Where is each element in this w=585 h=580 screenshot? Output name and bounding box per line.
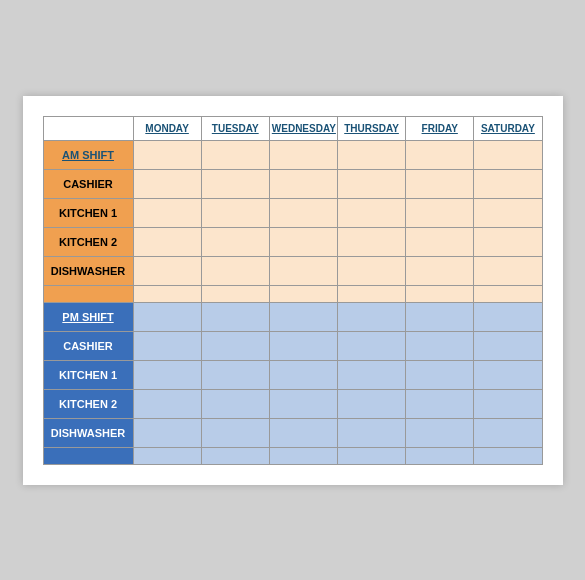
am-kitchen1-tue[interactable]: [201, 198, 269, 227]
am-shift-row: AM SHIFT: [43, 140, 542, 169]
pm-shift-tue[interactable]: [201, 302, 269, 331]
pm-shift-label: PM SHIFT: [43, 302, 133, 331]
pm-dishwasher-fri[interactable]: [406, 418, 474, 447]
pm-cashier-thu[interactable]: [337, 331, 405, 360]
am-shift-tue[interactable]: [201, 140, 269, 169]
pm-kitchen2-label: KITCHEN 2: [43, 389, 133, 418]
pm-shift-row: PM SHIFT: [43, 302, 542, 331]
schedule-table: MONDAY TUESDAY WEDNESDAY THURSDAY FRIDAY…: [43, 116, 543, 465]
pm-kitchen2-sat[interactable]: [474, 389, 542, 418]
pm-kitchen2-mon[interactable]: [133, 389, 201, 418]
page-container: MONDAY TUESDAY WEDNESDAY THURSDAY FRIDAY…: [23, 96, 563, 485]
pm-kitchen2-wed[interactable]: [269, 389, 337, 418]
am-shift-thu[interactable]: [337, 140, 405, 169]
pm-extra-row: [43, 447, 542, 464]
am-shift-sat[interactable]: [474, 140, 542, 169]
am-kitchen1-thu[interactable]: [337, 198, 405, 227]
am-kitchen2-wed[interactable]: [269, 227, 337, 256]
pm-kitchen1-fri[interactable]: [406, 360, 474, 389]
pm-kitchen1-mon[interactable]: [133, 360, 201, 389]
pm-shift-sat[interactable]: [474, 302, 542, 331]
am-kitchen2-thu[interactable]: [337, 227, 405, 256]
am-shift-fri[interactable]: [406, 140, 474, 169]
pm-kitchen1-thu[interactable]: [337, 360, 405, 389]
pm-cashier-wed[interactable]: [269, 331, 337, 360]
pm-dishwasher-thu[interactable]: [337, 418, 405, 447]
pm-dishwasher-mon[interactable]: [133, 418, 201, 447]
am-extra-tue[interactable]: [201, 285, 269, 302]
am-cashier-label: CASHIER: [43, 169, 133, 198]
am-kitchen2-row: KITCHEN 2: [43, 227, 542, 256]
pm-shift-mon[interactable]: [133, 302, 201, 331]
am-cashier-wed[interactable]: [269, 169, 337, 198]
header-empty: [43, 116, 133, 140]
header-tuesday: TUESDAY: [201, 116, 269, 140]
pm-cashier-row: CASHIER: [43, 331, 542, 360]
pm-kitchen2-fri[interactable]: [406, 389, 474, 418]
am-extra-sat[interactable]: [474, 285, 542, 302]
pm-kitchen2-row: KITCHEN 2: [43, 389, 542, 418]
pm-kitchen1-wed[interactable]: [269, 360, 337, 389]
am-extra-mon[interactable]: [133, 285, 201, 302]
am-kitchen1-row: KITCHEN 1: [43, 198, 542, 227]
am-cashier-mon[interactable]: [133, 169, 201, 198]
am-kitchen1-sat[interactable]: [474, 198, 542, 227]
am-kitchen1-fri[interactable]: [406, 198, 474, 227]
pm-dishwasher-wed[interactable]: [269, 418, 337, 447]
pm-shift-thu[interactable]: [337, 302, 405, 331]
am-cashier-fri[interactable]: [406, 169, 474, 198]
am-dishwasher-fri[interactable]: [406, 256, 474, 285]
pm-cashier-fri[interactable]: [406, 331, 474, 360]
am-dishwasher-mon[interactable]: [133, 256, 201, 285]
pm-extra-tue[interactable]: [201, 447, 269, 464]
pm-kitchen1-row: KITCHEN 1: [43, 360, 542, 389]
am-shift-label: AM SHIFT: [43, 140, 133, 169]
am-kitchen2-sat[interactable]: [474, 227, 542, 256]
pm-extra-wed[interactable]: [269, 447, 337, 464]
am-dishwasher-wed[interactable]: [269, 256, 337, 285]
am-dishwasher-row: DISHWASHER: [43, 256, 542, 285]
pm-cashier-mon[interactable]: [133, 331, 201, 360]
am-extra-thu[interactable]: [337, 285, 405, 302]
header-monday: MONDAY: [133, 116, 201, 140]
am-kitchen1-mon[interactable]: [133, 198, 201, 227]
am-kitchen2-tue[interactable]: [201, 227, 269, 256]
am-dishwasher-label: DISHWASHER: [43, 256, 133, 285]
header-saturday: SATURDAY: [474, 116, 542, 140]
pm-kitchen2-thu[interactable]: [337, 389, 405, 418]
am-extra-fri[interactable]: [406, 285, 474, 302]
am-dishwasher-thu[interactable]: [337, 256, 405, 285]
am-extra-label: [43, 285, 133, 302]
pm-dishwasher-sat[interactable]: [474, 418, 542, 447]
pm-dishwasher-tue[interactable]: [201, 418, 269, 447]
pm-cashier-tue[interactable]: [201, 331, 269, 360]
pm-kitchen1-tue[interactable]: [201, 360, 269, 389]
pm-extra-label: [43, 447, 133, 464]
pm-extra-thu[interactable]: [337, 447, 405, 464]
am-shift-wed[interactable]: [269, 140, 337, 169]
am-extra-wed[interactable]: [269, 285, 337, 302]
pm-cashier-sat[interactable]: [474, 331, 542, 360]
am-dishwasher-sat[interactable]: [474, 256, 542, 285]
pm-kitchen1-sat[interactable]: [474, 360, 542, 389]
am-cashier-thu[interactable]: [337, 169, 405, 198]
am-kitchen2-fri[interactable]: [406, 227, 474, 256]
pm-extra-sat[interactable]: [474, 447, 542, 464]
am-kitchen2-mon[interactable]: [133, 227, 201, 256]
am-cashier-tue[interactable]: [201, 169, 269, 198]
am-cashier-sat[interactable]: [474, 169, 542, 198]
am-kitchen1-wed[interactable]: [269, 198, 337, 227]
am-kitchen2-label: KITCHEN 2: [43, 227, 133, 256]
pm-kitchen1-label: KITCHEN 1: [43, 360, 133, 389]
am-kitchen1-label: KITCHEN 1: [43, 198, 133, 227]
pm-shift-wed[interactable]: [269, 302, 337, 331]
pm-shift-fri[interactable]: [406, 302, 474, 331]
pm-cashier-label: CASHIER: [43, 331, 133, 360]
pm-extra-fri[interactable]: [406, 447, 474, 464]
am-dishwasher-tue[interactable]: [201, 256, 269, 285]
header-friday: FRIDAY: [406, 116, 474, 140]
header-thursday: THURSDAY: [337, 116, 405, 140]
pm-extra-mon[interactable]: [133, 447, 201, 464]
pm-kitchen2-tue[interactable]: [201, 389, 269, 418]
am-shift-mon[interactable]: [133, 140, 201, 169]
